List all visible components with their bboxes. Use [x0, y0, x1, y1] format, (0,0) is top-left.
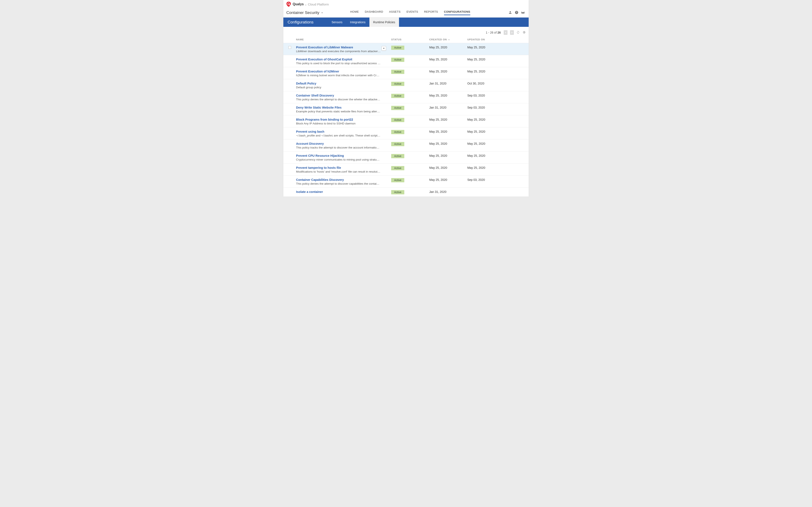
created-date: May 25, 2020 [429, 118, 467, 121]
top-nav-item[interactable]: HOME [350, 10, 359, 15]
refresh-icon[interactable] [516, 31, 520, 35]
policy-name-link[interactable]: Isolate a container [296, 190, 389, 193]
policy-description: This policy denies the attempt to discov… [296, 98, 380, 101]
brand-suffix: Cloud Platform [308, 3, 329, 6]
policy-name-link[interactable]: Prevent tampering to hosts file [296, 166, 389, 169]
qualys-logo-icon [286, 2, 291, 7]
policy-description: LibMiner downloads and executes the comp… [296, 50, 380, 53]
table-row[interactable]: Prevent Execution of LibMiner MalwareLib… [283, 43, 529, 55]
gear-icon[interactable] [522, 31, 526, 35]
table-row[interactable]: Container Shell DiscoveryThis policy den… [283, 91, 529, 103]
status-badge: Active [391, 118, 404, 122]
updated-date: May 25, 2020 [467, 154, 505, 157]
policy-name-link[interactable]: Prevent using bash [296, 130, 389, 133]
policy-name-link[interactable]: Prevent CPU Resource Hijacking [296, 154, 389, 157]
chevron-down-icon [383, 47, 385, 49]
policy-name-link[interactable]: Account Discovery [296, 142, 389, 145]
status-badge: Active [391, 142, 404, 146]
policy-description: This policy is used to block the port to… [296, 62, 380, 65]
top-nav-item[interactable]: REPORTS [424, 10, 438, 15]
mail-icon[interactable] [521, 11, 525, 15]
status-badge: Active [391, 154, 404, 158]
updated-date: May 25, 2020 [467, 118, 505, 121]
policy-description: Block Any IP Address to bind to SSHD dae… [296, 122, 380, 125]
policy-description: h2Miner is mining botnet worm that infec… [296, 74, 380, 77]
table-row[interactable]: Prevent Execution of h2Minerh2Miner is m… [283, 67, 529, 79]
updated-date: Sep 03, 2020 [467, 106, 505, 109]
page-next-button[interactable] [510, 30, 514, 35]
policy-name-link[interactable]: Prevent Execution of GhostCat Exploit [296, 58, 389, 61]
created-date: May 25, 2020 [429, 58, 467, 61]
sub-tab[interactable]: Integrations [346, 17, 369, 27]
module-selector[interactable]: Container Security ▼ [286, 10, 323, 15]
policy-name-link[interactable]: Default Policy [296, 82, 389, 85]
table-row[interactable]: Prevent using bash~/.bash_profile and ~/… [283, 127, 529, 139]
top-nav-item[interactable]: EVENTS [406, 10, 418, 15]
user-icon[interactable] [508, 11, 512, 15]
policy-name-link[interactable]: Container Capabilities Discovery [296, 178, 389, 181]
help-icon[interactable]: ? [515, 11, 518, 15]
col-created[interactable]: CREATED ON▼ [429, 38, 467, 41]
utility-icons: ? [508, 11, 525, 15]
svg-text:?: ? [516, 11, 517, 13]
policy-description: This policy tracks the attempt to discov… [296, 146, 380, 149]
updated-date: May 25, 2020 [467, 46, 505, 49]
table-row[interactable]: Default PolicyDefault group policyActive… [283, 79, 529, 91]
sub-tab[interactable]: Sensors [328, 17, 346, 27]
table-row[interactable]: Prevent Execution of GhostCat ExploitThi… [283, 55, 529, 67]
list-toolbar: 1 - 26 of 26 [283, 27, 529, 37]
updated-date: Sep 03, 2020 [467, 94, 505, 97]
updated-date: May 25, 2020 [467, 58, 505, 61]
brand-bar: Qualys. Cloud Platform [283, 0, 529, 8]
policy-name-link[interactable]: Prevent Execution of LibMiner Malware [296, 46, 389, 49]
chevron-down-icon: ▼ [321, 12, 323, 14]
policy-description: Modifications to 'hosts' and 'resolve.co… [296, 170, 380, 173]
updated-date: May 25, 2020 [467, 166, 505, 169]
page-prev-button[interactable] [504, 30, 507, 35]
updated-date: May 25, 2020 [467, 130, 505, 133]
updated-date: May 25, 2020 [467, 142, 505, 145]
policy-name-link[interactable]: Deny Write Static Website Files [296, 106, 389, 109]
section-title: Configurations [283, 17, 328, 27]
created-date: May 25, 2020 [429, 166, 467, 169]
created-date: May 25, 2020 [429, 178, 467, 181]
sub-tab[interactable]: Runtime Policies [369, 17, 399, 27]
table-row[interactable]: Deny Write Static Website FilesExample p… [283, 103, 529, 115]
top-nav-item[interactable]: CONFIGURATIONS [444, 10, 470, 15]
table-row[interactable]: Prevent CPU Resource HijackingCryptocurr… [283, 152, 529, 164]
table-row[interactable]: Prevent tampering to hosts fileModificat… [283, 164, 529, 176]
top-nav-item[interactable]: ASSETS [389, 10, 401, 15]
created-date: May 25, 2020 [429, 46, 467, 49]
page-range: 1 - 26 of 26 [486, 31, 501, 34]
col-created-label: CREATED ON [429, 38, 447, 41]
policy-description: ~/.bash_profile and ~/.bashrc are shell … [296, 134, 380, 137]
row-checkbox[interactable] [289, 46, 291, 49]
policy-name-link[interactable]: Prevent Execution of h2Miner [296, 70, 389, 73]
status-badge: Active [391, 106, 404, 110]
policy-description: Cryptocurrency miner communicates to min… [296, 158, 380, 161]
status-badge: Active [391, 190, 404, 194]
row-actions-button[interactable] [382, 46, 386, 51]
sub-tabs: SensorsIntegrationsRuntime Policies [328, 17, 399, 27]
col-name[interactable]: NAME [296, 38, 391, 41]
top-nav-item[interactable]: DASHBOARD [365, 10, 383, 15]
sort-desc-icon: ▼ [448, 39, 450, 41]
updated-date: May 25, 2020 [467, 70, 505, 73]
table-row[interactable]: Container Capabilities DiscoveryThis pol… [283, 176, 529, 187]
table-row[interactable]: Isolate a containerActiveJan 31, 2020 [283, 187, 529, 197]
status-badge: Active [391, 46, 404, 50]
col-status[interactable]: STATUS [391, 38, 429, 41]
status-badge: Active [391, 58, 404, 62]
module-title: Container Security [286, 10, 319, 15]
policy-name-link[interactable]: Container Shell Discovery [296, 94, 389, 97]
table-row[interactable]: Account DiscoveryThis policy tracks the … [283, 139, 529, 152]
policy-name-link[interactable]: Block Programs from binding to port22 [296, 118, 389, 121]
status-badge: Active [391, 82, 404, 86]
page-range-prefix: 1 - 26 of [486, 31, 497, 34]
status-badge: Active [391, 70, 404, 74]
updated-date: Sep 03, 2020 [467, 178, 505, 181]
col-updated[interactable]: UPDATED ON [467, 38, 505, 41]
section-header-bar: Configurations SensorsIntegrationsRuntim… [283, 17, 529, 27]
table-row[interactable]: Block Programs from binding to port22Blo… [283, 115, 529, 127]
app-window: Qualys. Cloud Platform Container Securit… [283, 0, 529, 197]
